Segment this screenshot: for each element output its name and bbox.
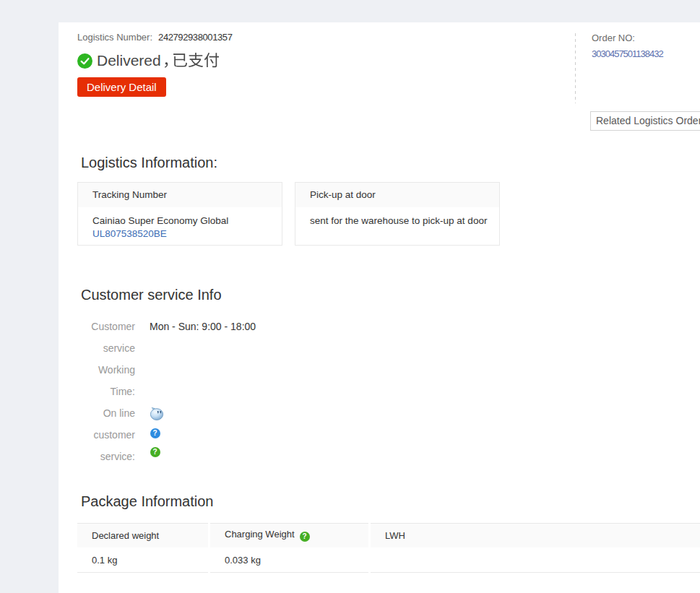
working-time-row: Customer service Working Time: Mon - Sun…: [77, 316, 700, 402]
customer-service-title: Customer service Info: [81, 285, 700, 306]
logistics-cards: Tracking Number Cainiao Super Economy Gl…: [77, 182, 700, 246]
charging-weight-value: 0.033 kg: [210, 547, 368, 573]
logistics-number-row: Logistics Number:242792938001357: [77, 32, 233, 43]
package-table: Declared weight Charging Weight? LWH 0.1…: [75, 523, 700, 573]
customer-service-list: Customer service Working Time: Mon - Sun…: [77, 316, 700, 467]
question-circle-blue-icon[interactable]: ?: [150, 428, 164, 438]
package-table-row: 0.1 kg 0.033 kg: [77, 547, 700, 573]
cjk-fu: [204, 52, 220, 68]
col-charging-weight: Charging Weight?: [210, 523, 368, 547]
col-declared-weight: Declared weight: [77, 523, 208, 547]
logistics-number-label: Logistics Number:: [77, 32, 152, 43]
order-number-block: Order NO: 3030457501138432: [575, 33, 663, 103]
main-panel: Logistics Number:242792938001357 Deliver…: [59, 22, 700, 593]
tracking-number-link[interactable]: UL807538520BE: [92, 228, 167, 239]
online-service-label: On line customer service:: [77, 402, 135, 467]
cjk-zhi: [188, 52, 204, 68]
tracking-carrier-name: Cainiao Super Economy Global: [92, 215, 282, 228]
logistics-information-title: Logistics Information:: [81, 152, 700, 173]
pickup-description: sent for the warehouse to pick-up at doo…: [310, 215, 499, 228]
tracking-number-card-header: Tracking Number: [78, 183, 282, 207]
question-circle-green-icon[interactable]: ?: [150, 447, 164, 457]
order-summary-header: Logistics Number:242792938001357 Deliver…: [59, 22, 700, 152]
online-service-icons: ? ?: [150, 402, 164, 467]
lwh-value: [371, 547, 700, 573]
status-text-latin: Delivered: [97, 52, 161, 69]
logistics-number-value: 242792938001357: [158, 32, 232, 43]
order-number-label: Order NO:: [592, 33, 663, 43]
check-circle-green-icon: [77, 53, 92, 69]
order-number-link[interactable]: 3030457501138432: [592, 48, 663, 59]
cjk-yi: [172, 52, 188, 68]
pickup-card: Pick-up at door sent for the warehouse t…: [295, 182, 500, 246]
status-text: Delivered: [97, 50, 220, 72]
declared-weight-value: 0.1 kg: [77, 547, 208, 573]
chat-bubble-icon[interactable]: [150, 407, 164, 420]
delivery-detail-button[interactable]: Delivery Detail: [77, 77, 166, 97]
working-time-value: Mon - Sun: 9:00 - 18:00: [150, 316, 256, 402]
col-lwh: LWH: [371, 523, 700, 547]
package-information-title: Package Information: [81, 491, 700, 512]
cjk-comma: [163, 52, 172, 68]
pickup-card-header: Pick-up at door: [295, 183, 499, 207]
delivery-status: Delivered: [77, 50, 220, 72]
charging-weight-help-icon[interactable]: ?: [300, 532, 310, 542]
online-service-row: On line customer service:: [77, 402, 700, 467]
working-time-label: Customer service Working Time:: [77, 316, 135, 402]
related-logistics-order-button[interactable]: Related Logistics Order: [590, 111, 700, 131]
tracking-number-card: Tracking Number Cainiao Super Economy Gl…: [77, 182, 282, 246]
